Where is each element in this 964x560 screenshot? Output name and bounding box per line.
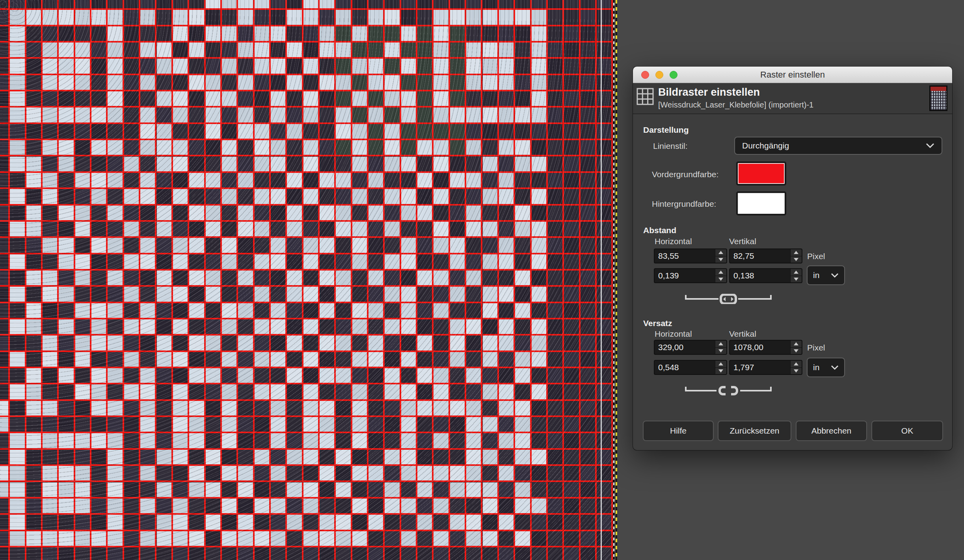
qr-cell: [206, 384, 222, 401]
qr-cell: [303, 319, 320, 336]
qr-cell: [548, 482, 564, 499]
spin-up-icon[interactable]: [791, 249, 802, 256]
qr-cell: [222, 303, 238, 319]
versatz-horizontal-pixel-spinbutton[interactable]: 329,00: [654, 340, 727, 355]
qr-cell: [303, 417, 320, 433]
spinner-buttons[interactable]: [715, 269, 726, 282]
spin-down-icon[interactable]: [715, 256, 726, 263]
qr-cell: [368, 547, 385, 560]
spin-up-icon[interactable]: [715, 341, 726, 348]
qr-cell: [255, 433, 271, 449]
versatz-chain-toggle[interactable]: [685, 386, 772, 396]
versatz-vertikal-unit-spinbutton[interactable]: 1,797: [729, 360, 802, 375]
versatz-horizontal-unit-value[interactable]: 0,548: [655, 361, 715, 374]
background-color-swatch[interactable]: [736, 191, 786, 215]
qr-cell: [320, 206, 336, 222]
qr-cell: [352, 352, 368, 368]
qr-cell: [466, 222, 482, 238]
abstand-vertikal-unit-spinbutton[interactable]: 0,138: [729, 268, 802, 283]
qr-cell: [499, 417, 515, 433]
qr-cell: [157, 303, 173, 319]
abstand-unit-dropdown[interactable]: in: [807, 265, 845, 285]
spinner-buttons[interactable]: [715, 361, 726, 374]
qr-cell: [417, 303, 434, 319]
qr-cell: [10, 319, 26, 336]
spin-down-icon[interactable]: [715, 276, 726, 283]
spin-up-icon[interactable]: [791, 361, 802, 368]
qr-cell: [450, 352, 466, 368]
qr-cell: [483, 0, 499, 10]
spin-down-icon[interactable]: [715, 368, 726, 375]
qr-cell: [320, 417, 336, 433]
spin-up-icon[interactable]: [715, 361, 726, 368]
qr-cell: [368, 26, 385, 43]
qr-cell: [597, 26, 613, 43]
ok-button[interactable]: OK: [871, 421, 943, 441]
qr-cell: [157, 238, 173, 254]
versatz-horizontal-unit-spinbutton[interactable]: 0,548: [654, 360, 727, 375]
qr-cell: [336, 10, 352, 26]
spin-up-icon[interactable]: [791, 341, 802, 348]
qr-cell: [271, 91, 287, 108]
reset-button[interactable]: Zurücksetzen: [718, 421, 791, 441]
cancel-button[interactable]: Abbrechen: [796, 421, 867, 441]
abstand-vertikal-pixel-spinbutton[interactable]: 82,75: [729, 248, 802, 263]
qr-cell: [173, 254, 189, 271]
abstand-vertikal-unit-value[interactable]: 0,138: [730, 269, 790, 282]
versatz-vertikal-unit-value[interactable]: 1,797: [730, 361, 790, 374]
qr-cell: [466, 401, 482, 417]
help-button[interactable]: Hilfe: [643, 421, 714, 441]
spin-up-icon[interactable]: [791, 269, 802, 276]
qr-cell: [238, 254, 254, 271]
spin-down-icon[interactable]: [791, 368, 802, 375]
spinner-buttons[interactable]: [790, 341, 802, 354]
spinner-buttons[interactable]: [790, 269, 802, 282]
qr-cell: [0, 499, 10, 515]
spin-down-icon[interactable]: [791, 348, 802, 354]
qr-cell: [385, 75, 401, 91]
qr-cell: [189, 59, 205, 75]
foreground-color-swatch[interactable]: [736, 161, 786, 185]
spinner-buttons[interactable]: [715, 249, 726, 263]
abstand-horizontal-unit-value[interactable]: 0,139: [655, 269, 715, 282]
spin-down-icon[interactable]: [791, 256, 802, 263]
spinner-buttons[interactable]: [790, 361, 802, 374]
qr-cell: [0, 108, 10, 124]
qr-cell: [564, 59, 580, 75]
qr-cell: [206, 173, 222, 189]
qr-cell: [173, 401, 189, 417]
abstand-horizontal-pixel-value[interactable]: 83,55: [655, 249, 715, 263]
qr-cell: [303, 482, 320, 499]
qr-cell: [287, 75, 303, 91]
versatz-vertikal-pixel-value[interactable]: 1078,00: [730, 341, 790, 354]
line-style-dropdown[interactable]: Durchgängig: [734, 137, 942, 155]
qr-cell: [140, 401, 156, 417]
image-canvas[interactable]: [0, 0, 613, 560]
qr-cell: [26, 206, 43, 222]
qr-cell: [206, 124, 222, 140]
spin-up-icon[interactable]: [715, 249, 726, 256]
qr-cell: [385, 417, 401, 433]
abstand-horizontal-unit-spinbutton[interactable]: 0,139: [654, 268, 727, 283]
spin-up-icon[interactable]: [715, 269, 726, 276]
qr-cell: [450, 91, 466, 108]
spin-down-icon[interactable]: [791, 276, 802, 283]
qr-cell: [515, 0, 531, 10]
qr-cell: [483, 368, 499, 384]
qr-cell: [434, 59, 450, 75]
qr-cell: [401, 401, 417, 417]
abstand-chain-toggle[interactable]: [685, 294, 772, 304]
window-title-bar[interactable]: Raster einstellen: [633, 67, 952, 83]
qr-cell: [0, 417, 10, 433]
qr-cell: [450, 401, 466, 417]
spinner-buttons[interactable]: [715, 341, 726, 354]
abstand-horizontal-pixel-spinbutton[interactable]: 83,55: [654, 248, 727, 263]
abstand-vertikal-pixel-value[interactable]: 82,75: [730, 249, 790, 263]
qr-cell: [189, 482, 205, 499]
versatz-unit-dropdown[interactable]: in: [807, 358, 845, 377]
spinner-buttons[interactable]: [790, 249, 802, 263]
versatz-horizontal-pixel-value[interactable]: 329,00: [655, 341, 715, 354]
qr-cell: [434, 124, 450, 140]
versatz-vertikal-pixel-spinbutton[interactable]: 1078,00: [729, 340, 802, 355]
spin-down-icon[interactable]: [715, 348, 726, 354]
